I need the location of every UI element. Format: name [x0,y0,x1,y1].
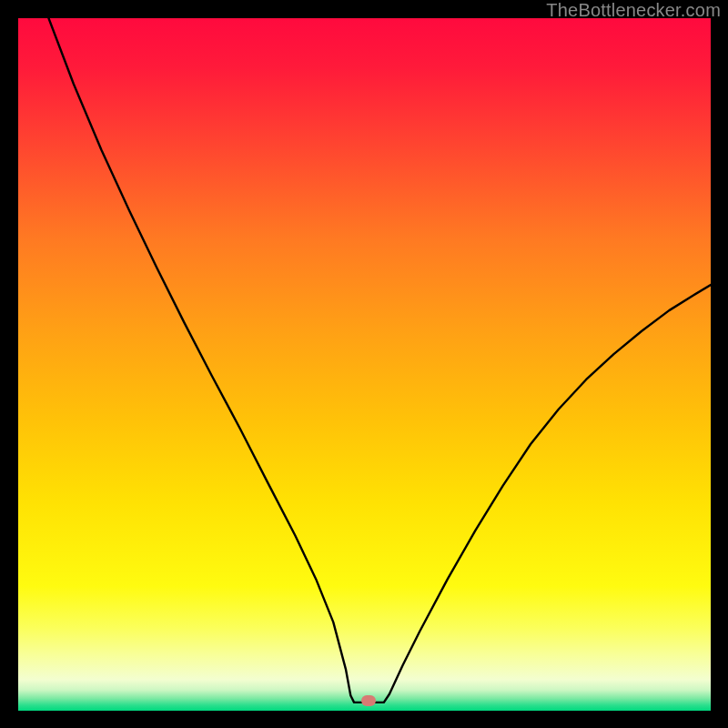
bottleneck-plot [18,18,711,711]
optimum-marker [361,695,376,706]
chart-frame: TheBottlenecker.com [0,0,728,728]
plot-background [18,18,711,711]
